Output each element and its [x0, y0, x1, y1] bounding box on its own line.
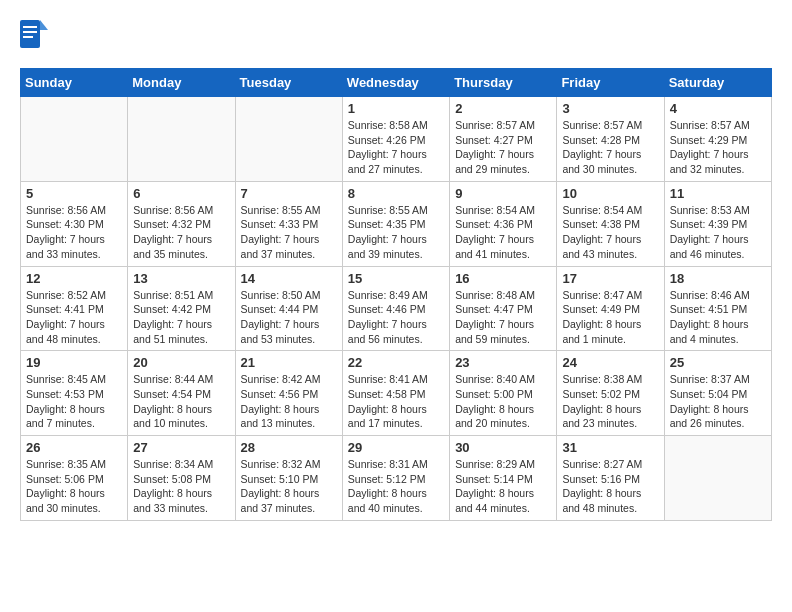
day-number: 19: [26, 355, 122, 370]
day-info: Sunrise: 8:57 AM Sunset: 4:28 PM Dayligh…: [562, 118, 658, 177]
day-info: Sunrise: 8:41 AM Sunset: 4:58 PM Dayligh…: [348, 372, 444, 431]
calendar-day-cell: 19Sunrise: 8:45 AM Sunset: 4:53 PM Dayli…: [21, 351, 128, 436]
calendar-week-row: 5Sunrise: 8:56 AM Sunset: 4:30 PM Daylig…: [21, 181, 772, 266]
calendar-day-cell: 12Sunrise: 8:52 AM Sunset: 4:41 PM Dayli…: [21, 266, 128, 351]
day-number: 5: [26, 186, 122, 201]
day-info: Sunrise: 8:38 AM Sunset: 5:02 PM Dayligh…: [562, 372, 658, 431]
calendar-week-row: 1Sunrise: 8:58 AM Sunset: 4:26 PM Daylig…: [21, 97, 772, 182]
calendar-day-cell: 28Sunrise: 8:32 AM Sunset: 5:10 PM Dayli…: [235, 436, 342, 521]
calendar-week-row: 12Sunrise: 8:52 AM Sunset: 4:41 PM Dayli…: [21, 266, 772, 351]
day-info: Sunrise: 8:56 AM Sunset: 4:32 PM Dayligh…: [133, 203, 229, 262]
page-header: [20, 20, 772, 52]
calendar-day-cell: 25Sunrise: 8:37 AM Sunset: 5:04 PM Dayli…: [664, 351, 771, 436]
calendar-table: SundayMondayTuesdayWednesdayThursdayFrid…: [20, 68, 772, 521]
calendar-day-cell: 22Sunrise: 8:41 AM Sunset: 4:58 PM Dayli…: [342, 351, 449, 436]
day-number: 1: [348, 101, 444, 116]
calendar-day-cell: 21Sunrise: 8:42 AM Sunset: 4:56 PM Dayli…: [235, 351, 342, 436]
day-info: Sunrise: 8:48 AM Sunset: 4:47 PM Dayligh…: [455, 288, 551, 347]
calendar-day-cell: 30Sunrise: 8:29 AM Sunset: 5:14 PM Dayli…: [450, 436, 557, 521]
day-info: Sunrise: 8:45 AM Sunset: 4:53 PM Dayligh…: [26, 372, 122, 431]
day-info: Sunrise: 8:47 AM Sunset: 4:49 PM Dayligh…: [562, 288, 658, 347]
calendar-day-cell: 13Sunrise: 8:51 AM Sunset: 4:42 PM Dayli…: [128, 266, 235, 351]
day-number: 2: [455, 101, 551, 116]
day-number: 3: [562, 101, 658, 116]
day-number: 29: [348, 440, 444, 455]
day-number: 24: [562, 355, 658, 370]
calendar-day-cell: 18Sunrise: 8:46 AM Sunset: 4:51 PM Dayli…: [664, 266, 771, 351]
day-number: 11: [670, 186, 766, 201]
svg-rect-4: [23, 36, 33, 38]
day-number: 25: [670, 355, 766, 370]
day-info: Sunrise: 8:57 AM Sunset: 4:29 PM Dayligh…: [670, 118, 766, 177]
calendar-day-cell: 14Sunrise: 8:50 AM Sunset: 4:44 PM Dayli…: [235, 266, 342, 351]
day-info: Sunrise: 8:37 AM Sunset: 5:04 PM Dayligh…: [670, 372, 766, 431]
calendar-day-cell: [128, 97, 235, 182]
calendar-day-cell: 9Sunrise: 8:54 AM Sunset: 4:36 PM Daylig…: [450, 181, 557, 266]
day-header-sunday: Sunday: [21, 69, 128, 97]
day-info: Sunrise: 8:51 AM Sunset: 4:42 PM Dayligh…: [133, 288, 229, 347]
calendar-header-row: SundayMondayTuesdayWednesdayThursdayFrid…: [21, 69, 772, 97]
calendar-day-cell: 24Sunrise: 8:38 AM Sunset: 5:02 PM Dayli…: [557, 351, 664, 436]
day-number: 17: [562, 271, 658, 286]
day-number: 23: [455, 355, 551, 370]
day-number: 4: [670, 101, 766, 116]
day-info: Sunrise: 8:46 AM Sunset: 4:51 PM Dayligh…: [670, 288, 766, 347]
day-header-thursday: Thursday: [450, 69, 557, 97]
day-number: 31: [562, 440, 658, 455]
day-info: Sunrise: 8:58 AM Sunset: 4:26 PM Dayligh…: [348, 118, 444, 177]
calendar-day-cell: 27Sunrise: 8:34 AM Sunset: 5:08 PM Dayli…: [128, 436, 235, 521]
calendar-day-cell: 23Sunrise: 8:40 AM Sunset: 5:00 PM Dayli…: [450, 351, 557, 436]
day-header-saturday: Saturday: [664, 69, 771, 97]
day-header-friday: Friday: [557, 69, 664, 97]
calendar-day-cell: 10Sunrise: 8:54 AM Sunset: 4:38 PM Dayli…: [557, 181, 664, 266]
calendar-day-cell: 17Sunrise: 8:47 AM Sunset: 4:49 PM Dayli…: [557, 266, 664, 351]
day-info: Sunrise: 8:34 AM Sunset: 5:08 PM Dayligh…: [133, 457, 229, 516]
day-number: 14: [241, 271, 337, 286]
day-info: Sunrise: 8:42 AM Sunset: 4:56 PM Dayligh…: [241, 372, 337, 431]
svg-rect-2: [23, 26, 37, 28]
calendar-day-cell: 3Sunrise: 8:57 AM Sunset: 4:28 PM Daylig…: [557, 97, 664, 182]
day-number: 21: [241, 355, 337, 370]
day-number: 20: [133, 355, 229, 370]
day-info: Sunrise: 8:52 AM Sunset: 4:41 PM Dayligh…: [26, 288, 122, 347]
calendar-day-cell: 29Sunrise: 8:31 AM Sunset: 5:12 PM Dayli…: [342, 436, 449, 521]
day-number: 7: [241, 186, 337, 201]
day-number: 15: [348, 271, 444, 286]
day-number: 18: [670, 271, 766, 286]
day-number: 9: [455, 186, 551, 201]
calendar-day-cell: 2Sunrise: 8:57 AM Sunset: 4:27 PM Daylig…: [450, 97, 557, 182]
svg-rect-3: [23, 31, 37, 33]
day-info: Sunrise: 8:49 AM Sunset: 4:46 PM Dayligh…: [348, 288, 444, 347]
calendar-week-row: 19Sunrise: 8:45 AM Sunset: 4:53 PM Dayli…: [21, 351, 772, 436]
day-header-monday: Monday: [128, 69, 235, 97]
day-number: 12: [26, 271, 122, 286]
day-info: Sunrise: 8:44 AM Sunset: 4:54 PM Dayligh…: [133, 372, 229, 431]
day-number: 30: [455, 440, 551, 455]
calendar-day-cell: 20Sunrise: 8:44 AM Sunset: 4:54 PM Dayli…: [128, 351, 235, 436]
calendar-day-cell: 15Sunrise: 8:49 AM Sunset: 4:46 PM Dayli…: [342, 266, 449, 351]
day-info: Sunrise: 8:54 AM Sunset: 4:38 PM Dayligh…: [562, 203, 658, 262]
calendar-day-cell: 1Sunrise: 8:58 AM Sunset: 4:26 PM Daylig…: [342, 97, 449, 182]
calendar-day-cell: 16Sunrise: 8:48 AM Sunset: 4:47 PM Dayli…: [450, 266, 557, 351]
calendar-day-cell: 5Sunrise: 8:56 AM Sunset: 4:30 PM Daylig…: [21, 181, 128, 266]
day-info: Sunrise: 8:50 AM Sunset: 4:44 PM Dayligh…: [241, 288, 337, 347]
day-number: 10: [562, 186, 658, 201]
day-info: Sunrise: 8:31 AM Sunset: 5:12 PM Dayligh…: [348, 457, 444, 516]
day-info: Sunrise: 8:27 AM Sunset: 5:16 PM Dayligh…: [562, 457, 658, 516]
calendar-day-cell: 4Sunrise: 8:57 AM Sunset: 4:29 PM Daylig…: [664, 97, 771, 182]
day-info: Sunrise: 8:53 AM Sunset: 4:39 PM Dayligh…: [670, 203, 766, 262]
day-number: 27: [133, 440, 229, 455]
calendar-day-cell: [664, 436, 771, 521]
day-info: Sunrise: 8:35 AM Sunset: 5:06 PM Dayligh…: [26, 457, 122, 516]
svg-rect-0: [20, 20, 40, 48]
day-number: 22: [348, 355, 444, 370]
calendar-day-cell: 26Sunrise: 8:35 AM Sunset: 5:06 PM Dayli…: [21, 436, 128, 521]
day-number: 16: [455, 271, 551, 286]
day-info: Sunrise: 8:57 AM Sunset: 4:27 PM Dayligh…: [455, 118, 551, 177]
day-header-wednesday: Wednesday: [342, 69, 449, 97]
day-info: Sunrise: 8:29 AM Sunset: 5:14 PM Dayligh…: [455, 457, 551, 516]
day-info: Sunrise: 8:40 AM Sunset: 5:00 PM Dayligh…: [455, 372, 551, 431]
day-info: Sunrise: 8:55 AM Sunset: 4:35 PM Dayligh…: [348, 203, 444, 262]
day-info: Sunrise: 8:56 AM Sunset: 4:30 PM Dayligh…: [26, 203, 122, 262]
calendar-day-cell: 8Sunrise: 8:55 AM Sunset: 4:35 PM Daylig…: [342, 181, 449, 266]
